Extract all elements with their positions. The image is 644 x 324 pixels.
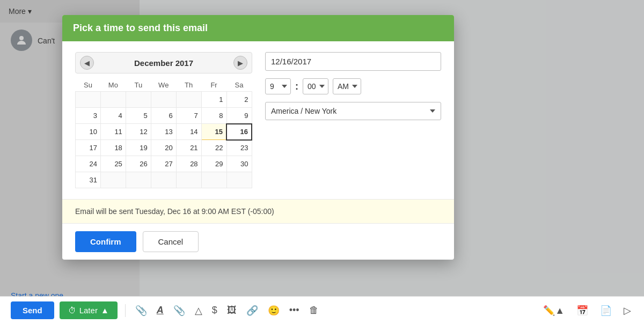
dialog-header: Pick a time to send this email (62, 15, 454, 41)
cal-day-15[interactable]: 15 (201, 124, 226, 140)
cal-empty (76, 92, 101, 108)
dialog-footer: Confirm Cancel (62, 223, 454, 260)
cal-day-29[interactable]: 29 (201, 156, 226, 172)
timezone-select[interactable]: America / New York America / Los Angeles… (265, 102, 441, 120)
cal-day-16[interactable]: 16 (226, 124, 252, 140)
cal-day-17[interactable]: 17 (76, 140, 101, 156)
emoji-icon[interactable]: 🙂 (266, 303, 282, 319)
next-month-button[interactable]: ▶ (233, 56, 247, 70)
attach-icon[interactable]: 📎 (133, 303, 149, 319)
bottom-toolbar: Send ⏱ Later ▲ 📎 A 📎 △ $ 🖼 🔗 🙂 ••• 🗑 ✏️▲… (0, 296, 644, 324)
day-header-fr: Fr (201, 79, 226, 92)
cal-day-14[interactable]: 14 (176, 124, 201, 140)
dollar-icon[interactable]: $ (210, 303, 219, 318)
day-header-su: Su (76, 79, 101, 92)
image-icon[interactable]: 🖼 (225, 303, 239, 318)
calendar-nav: ◀ December 2017 ▶ (75, 52, 252, 73)
cal-day-19[interactable]: 19 (126, 140, 151, 156)
cal-day-27[interactable]: 27 (151, 156, 176, 172)
month-label: December 2017 (134, 58, 193, 68)
paperclip-icon[interactable]: 📎 (171, 303, 187, 319)
cal-empty (100, 92, 126, 108)
cal-day-9[interactable]: 9 (226, 108, 252, 124)
cal-day-21[interactable]: 21 (176, 140, 201, 156)
status-message: Email will be sent Tuesday, Dec 16 at 9:… (75, 207, 274, 216)
day-header-th: Th (176, 79, 201, 92)
cal-empty (201, 172, 226, 188)
cal-empty (126, 172, 151, 188)
more-options-icon[interactable]: ••• (287, 303, 302, 318)
cal-empty (151, 92, 176, 108)
cal-day-8[interactable]: 8 (201, 108, 226, 124)
expand-icon[interactable]: ▷ (621, 303, 633, 319)
cal-day-4[interactable]: 4 (100, 108, 126, 124)
pen-icon[interactable]: ✏️▲ (541, 303, 567, 319)
day-header-we: We (151, 79, 176, 92)
calendar-icon[interactable]: 📅 (574, 303, 590, 319)
cal-day-7[interactable]: 7 (176, 108, 201, 124)
send-button[interactable]: Send (11, 301, 54, 319)
cancel-button[interactable]: Cancel (143, 231, 199, 252)
cal-empty (100, 172, 126, 188)
document-icon[interactable]: 📄 (598, 303, 614, 319)
cal-day-22[interactable]: 22 (201, 140, 226, 156)
cal-day-20[interactable]: 20 (151, 140, 176, 156)
cal-day-13[interactable]: 13 (151, 124, 176, 140)
cal-day-25[interactable]: 25 (100, 156, 126, 172)
day-header-sa: Sa (226, 79, 252, 92)
cal-empty (176, 92, 201, 108)
cal-day-23[interactable]: 23 (226, 140, 252, 156)
delete-icon[interactable]: 🗑 (307, 303, 321, 318)
cal-empty (151, 172, 176, 188)
later-label: Later (79, 306, 98, 315)
clock-icon: ⏱ (68, 306, 76, 315)
time-colon: : (295, 81, 298, 92)
cal-day-6[interactable]: 6 (151, 108, 176, 124)
time-row: 9 10 11 12 : 00 15 30 45 AM PM (265, 78, 441, 94)
later-arrow-icon: ▲ (101, 306, 109, 315)
cal-day-11[interactable]: 11 (100, 124, 126, 140)
cal-day-24[interactable]: 24 (76, 156, 101, 172)
prev-month-button[interactable]: ◀ (80, 56, 94, 70)
cal-day-28[interactable]: 28 (176, 156, 201, 172)
cal-empty (176, 172, 201, 188)
confirm-button[interactable]: Confirm (75, 231, 136, 252)
cal-day-12[interactable]: 12 (126, 124, 151, 140)
toolbar-separator-1 (125, 304, 126, 317)
right-section: 9 10 11 12 : 00 15 30 45 AM PM Ame (265, 52, 441, 188)
cal-day-2[interactable]: 2 (226, 92, 252, 108)
cal-empty (226, 172, 252, 188)
calendar-section: ◀ December 2017 ▶ Su Mo Tu We Th Fr Sa (75, 52, 252, 188)
font-icon[interactable]: A (155, 303, 166, 318)
status-bar: Email will be sent Tuesday, Dec 16 at 9:… (62, 199, 454, 223)
cal-day-1[interactable]: 1 (201, 92, 226, 108)
cal-day-31[interactable]: 31 (76, 172, 101, 188)
cal-day-26[interactable]: 26 (126, 156, 151, 172)
calendar-grid: Su Mo Tu We Th Fr Sa 1234567891011121314… (75, 79, 252, 188)
cal-day-18[interactable]: 18 (100, 140, 126, 156)
day-header-mo: Mo (100, 79, 126, 92)
drive-icon[interactable]: △ (193, 303, 204, 319)
cal-empty (126, 92, 151, 108)
date-input[interactable] (265, 52, 441, 71)
cal-day-10[interactable]: 10 (76, 124, 101, 140)
cal-day-3[interactable]: 3 (76, 108, 101, 124)
day-header-tu: Tu (126, 79, 151, 92)
cal-day-30[interactable]: 30 (226, 156, 252, 172)
later-button[interactable]: ⏱ Later ▲ (60, 301, 118, 319)
dialog-body: ◀ December 2017 ▶ Su Mo Tu We Th Fr Sa (62, 41, 454, 199)
ampm-select[interactable]: AM PM (333, 78, 361, 94)
cal-day-5[interactable]: 5 (126, 108, 151, 124)
dialog-title: Pick a time to send this email (73, 23, 208, 33)
link-icon[interactable]: 🔗 (244, 303, 260, 319)
minute-select[interactable]: 00 15 30 45 (303, 78, 328, 94)
schedule-dialog: Pick a time to send this email ◀ Decembe… (62, 15, 454, 260)
hour-select[interactable]: 9 10 11 12 (265, 78, 291, 94)
